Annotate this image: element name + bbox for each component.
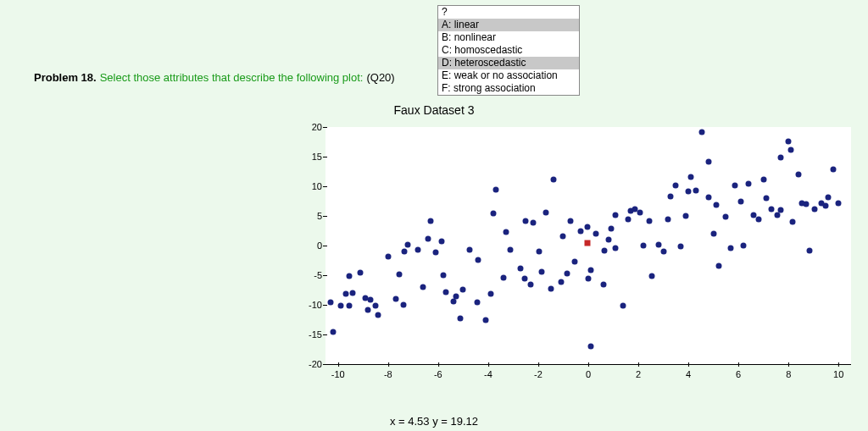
data-point	[713, 202, 719, 208]
problem-text: Select those attributes that describe th…	[100, 71, 364, 84]
option-a-linear[interactable]: A: linear	[438, 19, 579, 31]
data-point	[705, 195, 711, 201]
data-point	[732, 182, 737, 188]
data-point	[358, 270, 364, 276]
data-point	[432, 249, 438, 255]
data-point	[655, 242, 661, 248]
data-point	[500, 274, 506, 280]
data-point	[673, 182, 679, 188]
data-point	[347, 302, 353, 308]
data-point	[365, 307, 371, 313]
y-tick: 20	[293, 122, 322, 132]
data-point	[460, 286, 466, 292]
data-point	[466, 246, 472, 252]
data-point	[405, 241, 411, 247]
data-point	[503, 229, 509, 235]
cursor-readout: x = 4.53 y = 19.12	[0, 415, 868, 428]
scatter-chart[interactable]: -20-15-10-505101520 -10-8-6-4-20246810	[293, 124, 853, 378]
x-tick: -6	[434, 369, 442, 379]
x-tick: -2	[534, 369, 542, 379]
data-point	[705, 159, 711, 165]
data-point	[789, 219, 795, 225]
data-point	[668, 193, 674, 199]
data-point	[778, 154, 784, 160]
data-point	[487, 291, 493, 297]
data-point	[786, 138, 792, 144]
data-point	[453, 294, 459, 300]
data-point	[660, 249, 666, 255]
data-point	[542, 209, 548, 215]
data-point	[440, 273, 446, 279]
option-e-weak[interactable]: E: weak or no association	[438, 69, 579, 82]
data-point	[608, 226, 614, 232]
data-point	[803, 202, 809, 207]
data-point	[350, 290, 356, 296]
option-b-nonlinear[interactable]: B: nonlinear	[438, 31, 579, 44]
data-point	[428, 218, 434, 224]
data-point	[415, 246, 421, 252]
data-point	[528, 281, 534, 287]
data-point	[439, 239, 445, 245]
data-point	[385, 254, 391, 260]
problem-statement: Problem 18. Select those attributes that…	[34, 71, 395, 84]
data-point	[665, 216, 671, 222]
attributes-listbox[interactable]: ? A: linear B: nonlinear C: homoscedasti…	[437, 5, 580, 96]
data-point	[584, 224, 590, 229]
data-point	[400, 302, 406, 308]
data-point	[699, 130, 705, 135]
data-point	[347, 273, 353, 279]
data-point	[836, 201, 842, 207]
data-point	[548, 286, 554, 292]
data-point	[330, 329, 336, 334]
x-tick: 2	[636, 369, 641, 379]
x-tick: -4	[484, 369, 492, 379]
data-point	[327, 299, 333, 305]
data-point	[397, 271, 403, 277]
data-point	[613, 245, 619, 251]
listbox-placeholder: ?	[438, 6, 579, 19]
data-point	[768, 207, 774, 213]
option-d-heteroscedastic[interactable]: D: heteroscedastic	[438, 57, 579, 69]
data-point	[490, 211, 496, 217]
data-point	[688, 174, 694, 180]
chart-title: Faux Dataset 3	[0, 103, 868, 117]
data-point	[337, 303, 343, 309]
data-point	[568, 218, 574, 224]
option-c-homoscedastic[interactable]: C: homoscedastic	[438, 44, 579, 57]
data-point	[788, 146, 794, 152]
x-tick: 4	[686, 369, 691, 379]
data-point	[778, 207, 784, 213]
data-point	[476, 257, 481, 262]
y-tick: 15	[293, 152, 322, 162]
x-tick: 0	[586, 369, 591, 379]
x-tick: -8	[384, 369, 392, 379]
data-point	[774, 213, 780, 218]
data-point	[710, 231, 716, 237]
data-point	[531, 219, 537, 225]
data-point	[728, 245, 734, 251]
data-point	[571, 258, 577, 264]
data-point	[812, 207, 818, 213]
x-tick: 10	[833, 369, 843, 379]
plot-area[interactable]	[326, 127, 851, 364]
data-point	[342, 290, 348, 296]
data-point	[518, 265, 524, 271]
y-tick: -20	[293, 359, 322, 369]
highlight-marker	[584, 240, 590, 246]
data-point	[831, 166, 837, 172]
data-point	[823, 203, 829, 209]
y-tick: 10	[293, 181, 322, 191]
y-tick: -5	[293, 270, 322, 280]
data-point	[587, 344, 593, 350]
data-point	[474, 300, 480, 306]
data-point	[738, 199, 744, 205]
option-f-strong[interactable]: F: strong association	[438, 82, 579, 95]
data-point	[593, 231, 598, 237]
data-point	[537, 249, 542, 255]
data-point	[482, 317, 488, 323]
data-point	[605, 237, 611, 243]
data-point	[683, 213, 689, 219]
data-point	[647, 218, 653, 224]
data-point	[686, 188, 692, 194]
x-tick: 6	[736, 369, 741, 379]
